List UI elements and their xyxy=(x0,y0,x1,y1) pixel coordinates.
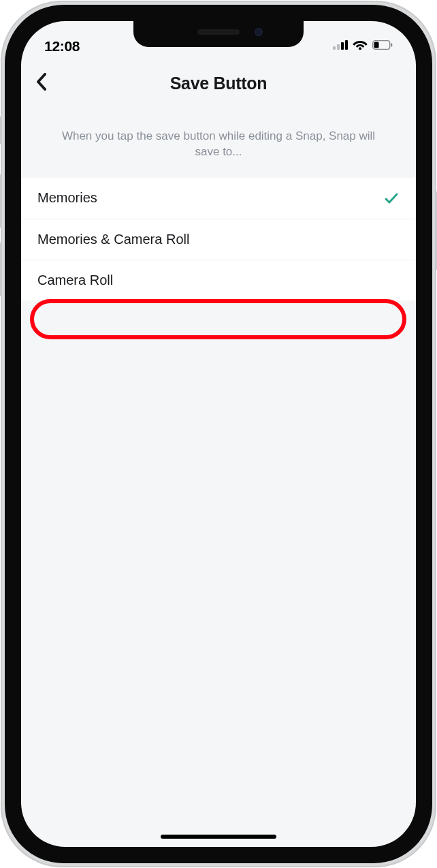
notch xyxy=(133,21,304,47)
option-label: Memories xyxy=(37,190,97,206)
option-camera-roll[interactable]: Camera Roll xyxy=(21,260,416,300)
page-description: When you tap the save button while editi… xyxy=(21,107,416,178)
chevron-left-icon xyxy=(36,73,47,91)
option-memories[interactable]: Memories xyxy=(21,178,416,219)
wifi-icon xyxy=(353,40,368,53)
page-title: Save Button xyxy=(170,74,268,93)
option-list-wrap: Memories Memories & Camera Roll Camera R… xyxy=(21,178,416,300)
option-label: Camera Roll xyxy=(37,273,113,288)
checkmark-icon xyxy=(383,190,400,206)
mute-switch xyxy=(0,117,2,144)
volume-up xyxy=(0,174,2,228)
annotation-highlight xyxy=(30,299,406,339)
cellular-icon xyxy=(333,40,348,52)
svg-rect-6 xyxy=(391,43,392,46)
svg-point-4 xyxy=(359,47,361,50)
battery-icon xyxy=(372,40,393,52)
status-time: 12:08 xyxy=(44,38,80,55)
nav-header: Save Button xyxy=(21,59,416,107)
status-right xyxy=(333,40,393,53)
option-label: Memories & Camera Roll xyxy=(37,232,189,247)
option-list: Memories Memories & Camera Roll Camera R… xyxy=(21,178,416,300)
svg-rect-0 xyxy=(333,46,336,50)
phone-frame: 12:08 xyxy=(1,1,436,867)
svg-rect-2 xyxy=(341,42,344,50)
volume-down xyxy=(0,243,2,296)
svg-rect-3 xyxy=(345,40,348,50)
option-memories-camera-roll[interactable]: Memories & Camera Roll xyxy=(21,219,416,260)
svg-rect-1 xyxy=(337,44,340,50)
svg-rect-7 xyxy=(374,42,379,48)
home-indicator[interactable] xyxy=(161,835,276,839)
back-button[interactable] xyxy=(36,73,47,93)
screen: 12:08 xyxy=(21,21,416,847)
